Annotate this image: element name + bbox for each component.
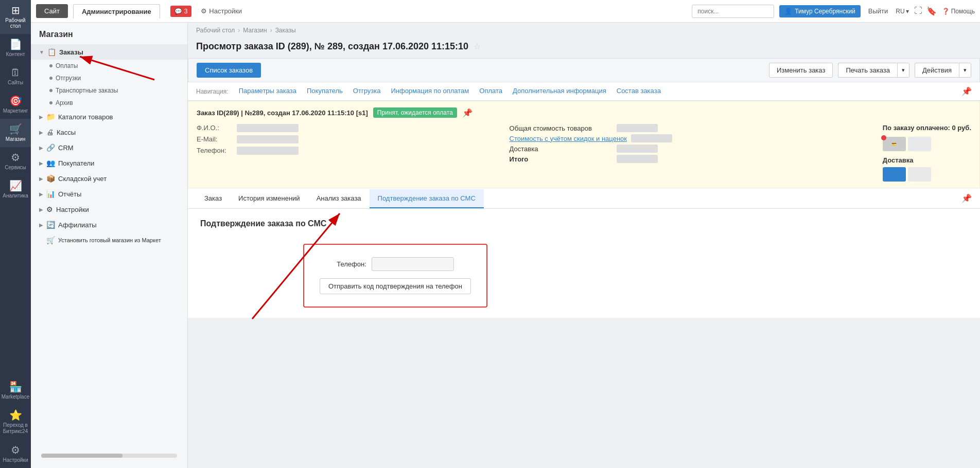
nav-item-warehouse[interactable]: ▶ 📦 Складской учет	[31, 171, 187, 186]
discount-link[interactable]: Стоимость с учётом скидок и наценок	[510, 135, 627, 142]
site-button[interactable]: Сайт	[36, 4, 68, 18]
lang-selector[interactable]: RU ▾	[896, 8, 908, 15]
tab-order[interactable]: Заказ	[196, 189, 230, 208]
nav-item-reports[interactable]: ▶ 📊 Отчёты	[31, 186, 187, 202]
search-input[interactable]	[692, 5, 774, 18]
settings-main-icon: ⚙	[11, 445, 20, 455]
sidebar-item-bitrix24[interactable]: ⭐ Переход в Битрикс24	[0, 405, 31, 440]
sms-title: Подтверждение заказа по СМС	[200, 219, 968, 228]
sidebar-item-shop[interactable]: 🛒 Магазин	[0, 119, 31, 147]
nav-link-payment[interactable]: Оплата	[474, 87, 507, 100]
sms-phone-label: Телефон:	[337, 260, 366, 268]
nav-item-catalogs[interactable]: ▶ 📁 Каталоги товаров	[31, 109, 187, 124]
nav-label-affiliates: Аффилиаты	[58, 221, 97, 229]
order-pin-icon[interactable]: 📌	[462, 108, 472, 118]
tab-analysis[interactable]: Анализ заказа	[308, 189, 370, 208]
breadcrumb-desktop[interactable]: Рабочий стол	[196, 27, 235, 34]
admin-tab[interactable]: Администрирование	[73, 4, 160, 19]
nav-link-composition[interactable]: Состав заказа	[611, 87, 666, 100]
delivery-row-label: Доставка	[510, 145, 612, 153]
marketplace-label: Marketplace	[2, 394, 29, 400]
nav-link-buyer[interactable]: Покупатель	[302, 87, 348, 100]
marketing-label: Маркетинг	[3, 108, 28, 114]
sidebar-item-services[interactable]: ⚙ Сервисы	[0, 147, 31, 175]
nav-item-crm[interactable]: ▶ 🔗 CRM	[31, 140, 187, 155]
nav-pin-icon[interactable]: 📌	[961, 86, 972, 100]
nav-label-catalogs: Каталоги товаров	[58, 113, 113, 121]
nav-item-orders[interactable]: ▼ 📋 Заказы	[31, 44, 187, 60]
page-content: Рабочий стол › Магазин › Заказы Просмотр…	[188, 23, 980, 468]
tab-sms-confirm[interactable]: Подтверждение заказа по СМС	[370, 189, 484, 208]
left-icon-bar: ⊞ Рабочий стол 📄 Контент 🗓 Сайты 🎯 Марке…	[0, 0, 31, 468]
nav-link-params[interactable]: Параметры заказа	[234, 87, 302, 100]
list-orders-button[interactable]: Список заказов	[197, 63, 261, 78]
top-bar: Сайт Администрирование 💬 3 ⚙ Настройки 👤…	[31, 0, 980, 23]
favorite-star-icon[interactable]: ☆	[474, 42, 481, 51]
help-button[interactable]: ❓ Помощь	[942, 8, 975, 15]
settings-icon-label: Настройки	[3, 457, 28, 463]
breadcrumb-shop[interactable]: Магазин	[243, 27, 267, 34]
nav-sub-archive[interactable]: Архив	[31, 97, 187, 109]
nav-label-reports: Отчёты	[58, 190, 81, 198]
sms-send-button[interactable]: Отправить код подтверждения на телефон	[320, 278, 471, 294]
nav-sub-transport[interactable]: Транспортные заказы	[31, 84, 187, 97]
nav-link-shipment[interactable]: Отгрузка	[348, 87, 386, 100]
nav-sub-label-shipments: Отгрузки	[56, 75, 81, 82]
exit-button[interactable]: Выйти	[866, 5, 891, 17]
fio-value	[237, 124, 299, 132]
tabs-bar: Заказ История изменений Анализ заказа По…	[188, 188, 980, 209]
sidebar-item-content[interactable]: 📄 Контент	[0, 34, 31, 62]
nav-item-settings[interactable]: ▶ ⚙ Настройки	[31, 202, 187, 217]
nav-sub-payments[interactable]: Оплаты	[31, 60, 187, 72]
payment-card-1: 💳	[883, 137, 906, 151]
bookmark-icon[interactable]: 🔖	[926, 6, 937, 16]
print-order-button[interactable]: Печать заказа	[838, 63, 897, 78]
nav-arrow-orders: ▼	[39, 49, 44, 55]
sidebar-item-sites[interactable]: 🗓 Сайты	[0, 62, 31, 91]
nav-title: Магазин	[31, 23, 187, 44]
order-id-text: Заказ ID(289) | №289, создан 17.06.2020 …	[197, 109, 368, 117]
sms-phone-row: Телефон:	[337, 257, 454, 271]
status-badge: Принят, ожидается оплата	[373, 107, 457, 118]
sms-phone-input[interactable]	[372, 257, 454, 271]
nav-link-payment-info[interactable]: Информация по оплатам	[386, 87, 474, 100]
nav-item-marketplace-install[interactable]: ▶ 🛒 Установить готовый магазин из Маркет	[31, 232, 187, 248]
total-value	[617, 155, 658, 163]
nav-label-settings: Настройки	[56, 206, 89, 213]
actions-arrow[interactable]: ▾	[959, 63, 971, 78]
actions-button[interactable]: Действия	[915, 63, 959, 78]
sms-form-box: Телефон: Отправить код подтверждения на …	[303, 244, 487, 308]
services-label: Сервисы	[5, 165, 26, 170]
nav-icon-marketplace: 🛒	[46, 236, 55, 244]
edit-order-button[interactable]: Изменить заказ	[769, 63, 833, 78]
shop-label: Магазин	[6, 136, 26, 142]
fullscreen-icon[interactable]: ⛶	[914, 6, 922, 16]
nav-item-kassy[interactable]: ▶ 🖨 Кассы	[31, 124, 187, 140]
nav-label: Навигация:	[196, 88, 229, 99]
print-order-arrow[interactable]: ▾	[897, 63, 909, 78]
order-contact-info: Ф.И.О.: E-Mail: Телефон:	[197, 124, 499, 182]
nav-scrollbar-container	[31, 443, 187, 468]
payment-cards: 💳	[883, 137, 931, 151]
tabs-pin-icon[interactable]: 📌	[961, 188, 972, 208]
help-icon: ❓	[942, 8, 950, 15]
nav-icon-affiliates: 🔄	[46, 221, 55, 229]
notification-badge[interactable]: 💬 3	[170, 6, 192, 17]
user-menu[interactable]: 👤 Тимур Серебрянский	[779, 5, 861, 17]
sites-label: Сайты	[8, 80, 23, 85]
nav-icon-orders: 📋	[47, 48, 56, 56]
nav-sub-shipments[interactable]: Отгрузки	[31, 72, 187, 84]
tab-history[interactable]: История изменений	[230, 189, 308, 208]
breadcrumb-orders[interactable]: Заказы	[275, 27, 296, 34]
sidebar-item-settings-icon[interactable]: ⚙ Настройки	[0, 440, 31, 468]
sidebar-item-analytics[interactable]: 📈 Аналитика	[0, 175, 31, 204]
nav-label-orders: Заказы	[59, 48, 83, 56]
sidebar-item-marketplace[interactable]: 🏪 Marketplace	[0, 376, 31, 405]
sidebar-item-marketing[interactable]: 🎯 Маркетинг	[0, 91, 31, 119]
settings-link[interactable]: ⚙ Настройки	[197, 5, 246, 17]
sidebar-item-desktop[interactable]: ⊞ Рабочий стол	[0, 0, 31, 34]
nav-scrollbar[interactable]	[41, 454, 177, 458]
nav-item-affiliates[interactable]: ▶ 🔄 Аффилиаты	[31, 217, 187, 232]
nav-link-additional[interactable]: Дополнительная информация	[507, 87, 611, 100]
nav-item-buyers[interactable]: ▶ 👥 Покупатели	[31, 155, 187, 171]
